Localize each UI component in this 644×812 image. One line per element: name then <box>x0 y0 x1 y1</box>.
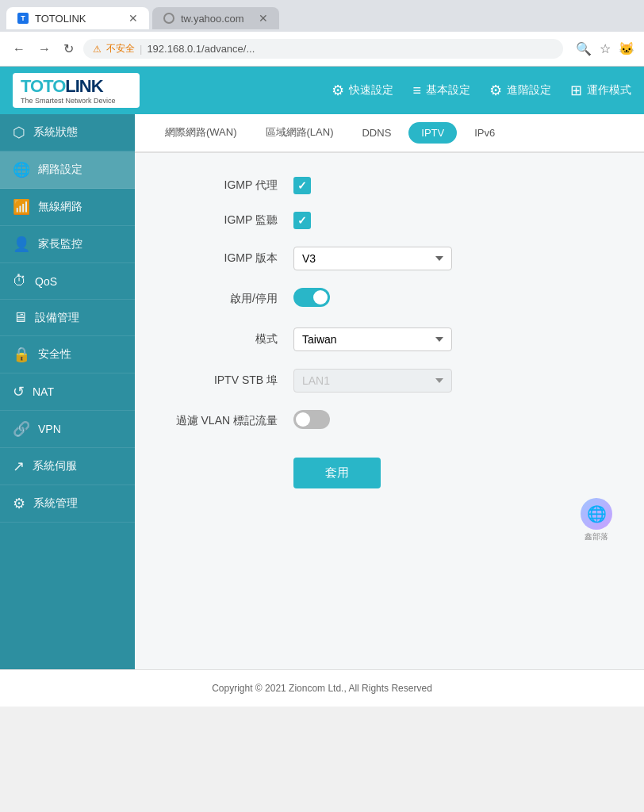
tab1-favicon: T <box>17 13 29 24</box>
tab-ipv6[interactable]: IPv6 <box>460 116 509 152</box>
nav-basic-setup[interactable]: ≡ 基本設定 <box>412 82 470 99</box>
sidebar-item-system-status[interactable]: ⬡ 系統狀態 <box>0 114 135 151</box>
qos-icon: ⏱ <box>13 273 27 289</box>
back-button[interactable]: ← <box>10 39 29 59</box>
tab1-close[interactable]: ✕ <box>128 12 138 25</box>
logo-link: LINK <box>65 76 102 97</box>
tab2-close[interactable]: ✕ <box>259 12 268 25</box>
sidebar-item-nat[interactable]: ↺ NAT <box>0 373 135 411</box>
igmp-version-select[interactable]: V1 V2 V3 <box>293 247 452 270</box>
url-box[interactable]: ⚠ 不安全 | 192.168.0.1/advance/... <box>83 39 563 59</box>
sliders-icon: ⚙ <box>489 82 502 99</box>
sidebar-item-wireless[interactable]: 📶 無線網路 <box>0 189 135 226</box>
tab-ddns[interactable]: DDNS <box>347 116 405 152</box>
list-icon: ≡ <box>412 82 421 99</box>
tab-iptv[interactable]: IPTV <box>408 122 457 144</box>
sidebar-label-qos: QoS <box>35 275 57 288</box>
igmp-proxy-label: IGMP 代理 <box>167 178 293 193</box>
enable-disable-label: 啟用/停用 <box>167 292 293 306</box>
nav-quick-setup[interactable]: ⚙ 快速設定 <box>332 82 393 99</box>
sidebar-label-wireless: 無線網路 <box>38 200 82 214</box>
sidebar-label-device-mgmt: 設備管理 <box>35 311 79 325</box>
igmp-version-label: IGMP 版本 <box>167 251 293 266</box>
content-area: 網際網路(WAN) 區域網路(LAN) DDNS IPTV IPv6 <box>135 114 644 669</box>
vlan-label: 過濾 VLAN 標記流量 <box>167 414 293 428</box>
corner-logo-icon: 🌐 <box>581 498 612 530</box>
igmp-snooping-control <box>293 212 468 229</box>
sidebar-item-vpn[interactable]: 🔗 VPN <box>0 411 135 448</box>
tab1-label: TOTOLINK <box>35 13 86 25</box>
top-nav: TOTO LINK The Smartest Network Device ⚙ … <box>0 67 644 114</box>
syslog-icon: ↗ <box>13 458 25 475</box>
igmp-snooping-row: IGMP 監聽 <box>167 212 612 229</box>
sidebar-item-security[interactable]: 🔒 安全性 <box>0 336 135 373</box>
toggle-slider-off <box>293 410 330 429</box>
vlan-toggle[interactable] <box>293 410 330 429</box>
tab-lan[interactable]: 區域網路(LAN) <box>251 114 348 153</box>
enable-disable-control <box>293 288 468 310</box>
tab-wan[interactable]: 網際網路(WAN) <box>151 114 251 153</box>
sidebar-label-system-status: 系統狀態 <box>33 125 78 140</box>
forward-button[interactable]: → <box>35 39 54 59</box>
logo-subtitle: The Smartest Network Device <box>21 97 116 105</box>
tab-lan-label: 區域網路(LAN) <box>266 126 334 138</box>
sidebar-label-parental: 家長監控 <box>38 237 82 251</box>
active-tab[interactable]: T TOTOLINK ✕ <box>6 7 149 29</box>
inactive-tab[interactable]: tw.yahoo.com ✕ <box>152 7 279 29</box>
mode-label: 模式 <box>167 332 293 347</box>
url-text: 192.168.0.1/advance/... <box>147 43 255 55</box>
sidebar-label-vpn: VPN <box>38 423 61 435</box>
sidebar-item-qos[interactable]: ⏱ QoS <box>0 263 135 300</box>
nav-basic-label: 基本設定 <box>426 83 470 98</box>
sidebar-item-network[interactable]: 🌐 網路設定 <box>0 151 135 189</box>
apply-button[interactable]: 套用 <box>293 458 381 488</box>
wireless-icon: 📶 <box>13 198 30 216</box>
vlan-control <box>293 410 468 432</box>
toggle-knob <box>313 290 328 304</box>
igmp-snooping-checkbox[interactable] <box>293 212 311 229</box>
tab2-label: tw.yahoo.com <box>181 13 244 25</box>
igmp-proxy-row: IGMP 代理 <box>167 177 612 194</box>
address-bar: ← → ↻ ⚠ 不安全 | 192.168.0.1/advance/... 🔍 … <box>0 32 644 67</box>
sidebar-item-device-mgmt[interactable]: 🖥 設備管理 <box>0 300 135 336</box>
apply-row: 套用 <box>167 450 612 488</box>
igmp-proxy-checkbox[interactable] <box>293 177 311 194</box>
iptv-stb-control: LAN1 LAN2 LAN3 LAN4 <box>293 369 468 393</box>
sidebar-label-sysadmin: 系統管理 <box>33 496 78 511</box>
nav-advanced-label: 進階設定 <box>507 83 551 98</box>
vlan-row: 過濾 VLAN 標記流量 <box>167 410 612 432</box>
content-tabs: 網際網路(WAN) 區域網路(LAN) DDNS IPTV IPv6 <box>135 114 644 153</box>
corner-logo-text: 鑫部落 <box>581 531 612 542</box>
sidebar-label-security: 安全性 <box>38 347 71 362</box>
tab-iptv-label: IPTV <box>421 127 444 139</box>
toggle-knob-off <box>296 412 310 427</box>
profile-icon[interactable]: 🐱 <box>619 41 634 56</box>
tab-ddns-label: DDNS <box>362 127 391 139</box>
footer-text: Copyright © 2021 Zioncom Ltd., All Right… <box>212 683 432 694</box>
igmp-snooping-label: IGMP 監聽 <box>167 213 293 228</box>
refresh-button[interactable]: ↻ <box>60 38 77 59</box>
tab-ipv6-label: IPv6 <box>474 127 495 139</box>
device-mgmt-icon: 🖥 <box>13 309 27 326</box>
iptv-stb-select[interactable]: LAN1 LAN2 LAN3 LAN4 <box>293 369 452 393</box>
iptv-stb-label: IPTV STB 埠 <box>167 373 293 388</box>
mode-select[interactable]: Taiwan Custom <box>293 327 452 351</box>
sidebar-item-syslog[interactable]: ↗ 系統伺服 <box>0 448 135 485</box>
sidebar-item-sysadmin[interactable]: ⚙ 系統管理 <box>0 485 135 523</box>
logo: TOTO LINK The Smartest Network Device <box>13 73 140 108</box>
mode-row: 模式 Taiwan Custom <box>167 327 612 351</box>
url-warning-text: 不安全 <box>106 42 135 56</box>
bookmark-icon[interactable]: ☆ <box>600 41 611 56</box>
sidebar-item-parental[interactable]: 👤 家長監控 <box>0 226 135 263</box>
nat-icon: ↺ <box>13 383 25 400</box>
igmp-version-control: V1 V2 V3 <box>293 247 468 270</box>
nav-operation-mode[interactable]: ⊞ 運作模式 <box>570 82 631 99</box>
toggle-slider-on <box>293 288 330 307</box>
enable-toggle[interactable] <box>293 288 330 307</box>
system-status-icon: ⬡ <box>13 124 25 141</box>
sysadmin-icon: ⚙ <box>13 495 25 512</box>
nav-advanced-setup[interactable]: ⚙ 進階設定 <box>489 82 551 99</box>
igmp-proxy-control <box>293 177 468 194</box>
igmp-version-row: IGMP 版本 V1 V2 V3 <box>167 247 612 270</box>
search-icon[interactable]: 🔍 <box>576 41 592 56</box>
